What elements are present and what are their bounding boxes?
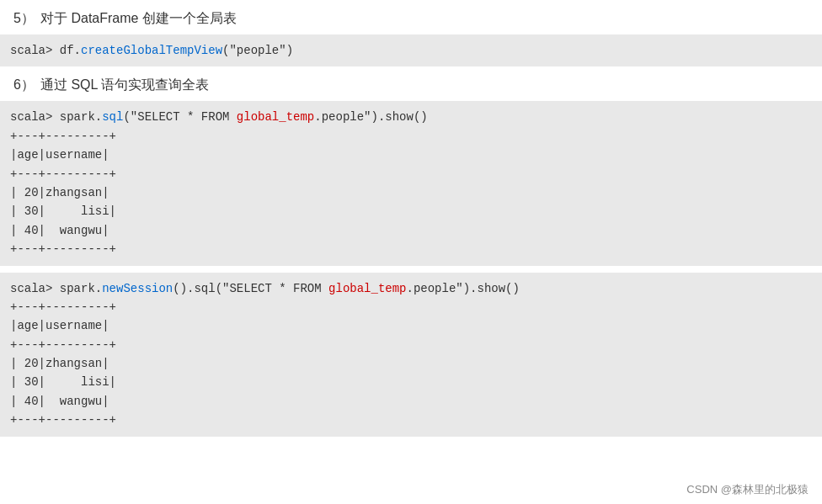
code-block-3: scala> spark.newSession().sql("SELECT * … xyxy=(0,273,822,437)
section-6-text: 通过 SQL 语句实现查询全表 xyxy=(40,77,209,94)
code2-global-temp: global_temp xyxy=(237,110,314,124)
code3-line1-method: newSession xyxy=(102,282,173,295)
section-6-heading: 6） 通过 SQL 语句实现查询全表 xyxy=(0,66,822,101)
section-5-text: 对于 DataFrame 创建一个全局表 xyxy=(40,10,237,28)
code1-args: ("people") xyxy=(222,44,293,57)
section-6-number: 6） xyxy=(13,77,40,94)
section-5-number: 5） xyxy=(13,10,40,28)
code2-line1-suffix: .people").show() +---+---------+ |age|us… xyxy=(10,110,428,256)
code3-line1-suffix: .people").show() +---+---------+ |age|us… xyxy=(10,282,520,427)
code2-line1-method: sql xyxy=(102,110,123,124)
watermark: CSDN @森林里的北极猿 xyxy=(686,482,809,497)
code2-line1-args: ("SELECT * FROM xyxy=(123,110,236,124)
code3-line1-args: ().sql("SELECT * FROM xyxy=(173,282,328,295)
code1-prefix: scala> df. xyxy=(10,44,81,57)
code3-global-temp: global_temp xyxy=(328,282,406,295)
page-wrapper: 5） 对于 DataFrame 创建一个全局表 scala> df.create… xyxy=(0,0,822,504)
section-5-heading: 5） 对于 DataFrame 创建一个全局表 xyxy=(0,0,822,34)
code-block-1: scala> df.createGlobalTempView("people") xyxy=(0,34,822,66)
code-block-2: scala> spark.sql("SELECT * FROM global_t… xyxy=(0,101,822,265)
code2-line1-prefix: scala> spark. xyxy=(10,110,102,124)
code3-line1-prefix: scala> spark. xyxy=(10,282,102,295)
code1-method: createGlobalTempView xyxy=(81,44,222,57)
